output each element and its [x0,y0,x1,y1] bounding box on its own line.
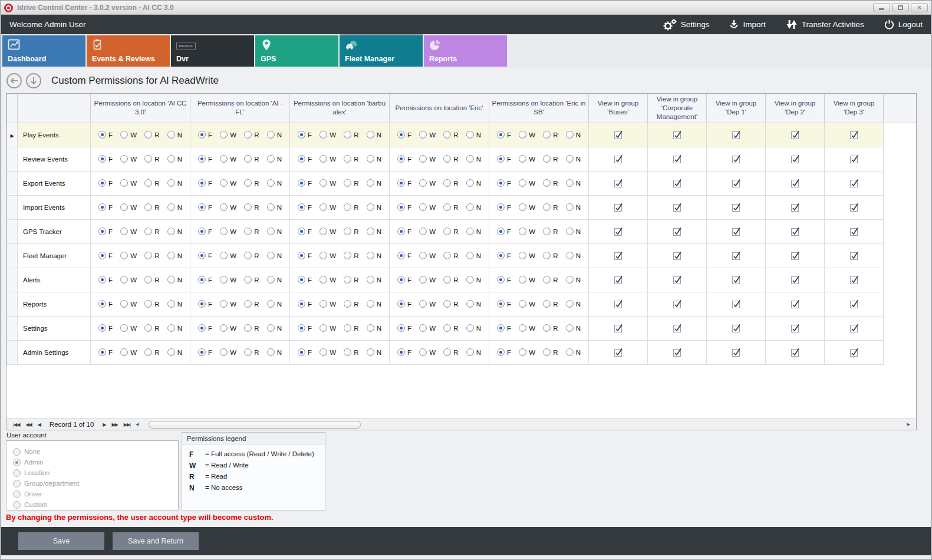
view-checkbox[interactable] [791,228,799,236]
permission-radio-f[interactable]: F [198,131,212,139]
permission-radio-w[interactable]: W [320,276,336,284]
permission-radio-r[interactable]: R [144,300,159,308]
view-checkbox[interactable] [791,204,799,212]
maximize-button[interactable] [892,3,909,12]
permission-radio-n[interactable]: N [267,324,282,332]
permission-radio-f[interactable]: F [98,276,113,284]
permission-radio-n[interactable]: N [367,228,381,235]
permission-radio-n[interactable]: N [167,155,182,163]
permission-radio-n[interactable]: N [566,252,581,259]
permission-radio-r[interactable]: R [543,252,558,259]
row-feature-name[interactable]: Export Events [18,171,91,195]
permission-radio-n[interactable]: N [267,228,282,235]
permission-radio-f[interactable]: F [397,131,411,139]
permission-radio-w[interactable]: W [519,348,535,356]
view-checkbox[interactable] [614,228,622,236]
permission-radio-w[interactable]: W [519,155,535,163]
permission-radio-w[interactable]: W [519,131,535,139]
permission-radio-f[interactable]: F [198,300,212,308]
permission-radio-w[interactable]: W [320,179,336,187]
permission-radio-n[interactable]: N [367,179,381,187]
permission-radio-w[interactable]: W [419,300,436,308]
save-and-return-button[interactable]: Save and Return [113,532,199,550]
permission-radio-r[interactable]: R [344,155,358,163]
permission-radio-f[interactable]: F [497,252,511,259]
permission-radio-r[interactable]: R [543,179,558,187]
permission-radio-r[interactable]: R [344,228,358,235]
view-checkbox[interactable] [732,276,740,284]
permission-radio-w[interactable]: W [320,155,336,163]
permission-radio-w[interactable]: W [220,300,236,308]
permission-radio-r[interactable]: R [344,300,358,308]
permission-radio-r[interactable]: R [144,252,159,259]
view-checkbox[interactable] [673,276,681,284]
permission-radio-r[interactable]: R [543,203,558,211]
permission-radio-w[interactable]: W [220,155,236,163]
permission-radio-r[interactable]: R [344,203,358,211]
permission-radio-n[interactable]: N [167,348,182,356]
view-checkbox[interactable] [850,276,858,284]
row-feature-name[interactable]: Play Events [18,123,91,147]
permission-radio-w[interactable]: W [419,252,436,259]
pager-prev-button[interactable]: ◀ [35,422,44,427]
permission-radio-r[interactable]: R [443,228,458,235]
permission-radio-f[interactable]: F [397,252,411,259]
permission-radio-w[interactable]: W [220,348,236,356]
tab-dashboard[interactable]: Dashboard [2,35,85,67]
permission-radio-r[interactable]: R [144,131,159,139]
permission-radio-w[interactable]: W [519,252,535,259]
pager-first-button[interactable]: |◀◀ [10,422,22,427]
view-checkbox[interactable] [850,180,858,187]
logout-button[interactable]: Logout [884,19,923,29]
pager-next-page-button[interactable]: ▶▶ [108,422,120,427]
permission-radio-f[interactable]: F [497,276,511,284]
permission-radio-w[interactable]: W [320,300,336,308]
view-checkbox[interactable] [791,349,799,357]
permission-radio-r[interactable]: R [244,324,259,332]
permission-radio-f[interactable]: F [397,155,411,163]
permission-radio-f[interactable]: F [298,252,312,259]
permission-radio-n[interactable]: N [167,203,182,211]
view-checkbox[interactable] [791,325,799,332]
view-checkbox[interactable] [850,301,858,308]
permission-radio-r[interactable]: R [543,131,558,139]
settings-button[interactable]: Settings [663,19,710,31]
permission-radio-w[interactable]: W [519,203,535,211]
view-checkbox[interactable] [673,349,681,357]
permission-radio-r[interactable]: R [144,179,159,187]
view-checkbox[interactable] [673,252,681,260]
permission-radio-f[interactable]: F [98,131,113,139]
permission-radio-r[interactable]: R [443,131,458,139]
permission-radio-w[interactable]: W [419,324,436,332]
permission-radio-w[interactable]: W [220,203,236,211]
permission-radio-f[interactable]: F [497,203,511,211]
permission-radio-r[interactable]: R [543,300,558,308]
permission-radio-n[interactable]: N [566,300,581,308]
save-button[interactable]: Save [18,532,104,550]
view-checkbox[interactable] [614,156,622,163]
permission-radio-f[interactable]: F [497,348,511,356]
permission-radio-f[interactable]: F [298,348,312,356]
permission-radio-n[interactable]: N [167,228,182,235]
permission-radio-r[interactable]: R [244,179,259,187]
permission-radio-f[interactable]: F [497,131,511,139]
permission-radio-n[interactable]: N [466,203,481,211]
view-checkbox[interactable] [614,325,622,332]
permission-radio-f[interactable]: F [397,179,411,187]
permission-radio-r[interactable]: R [244,276,259,284]
permission-radio-f[interactable]: F [98,348,113,356]
permission-radio-w[interactable]: W [419,155,436,163]
permission-radio-r[interactable]: R [344,179,358,187]
permission-radio-w[interactable]: W [519,179,535,187]
permission-radio-n[interactable]: N [566,203,581,211]
permission-radio-f[interactable]: F [98,228,113,235]
permission-radio-n[interactable]: N [466,348,481,356]
permission-radio-r[interactable]: R [244,155,259,163]
permission-radio-r[interactable]: R [344,276,358,284]
permission-radio-r[interactable]: R [543,324,558,332]
permission-radio-n[interactable]: N [367,276,381,284]
permission-radio-r[interactable]: R [144,276,159,284]
permission-radio-w[interactable]: W [519,324,535,332]
permission-radio-r[interactable]: R [443,252,458,259]
permission-radio-n[interactable]: N [566,155,581,163]
